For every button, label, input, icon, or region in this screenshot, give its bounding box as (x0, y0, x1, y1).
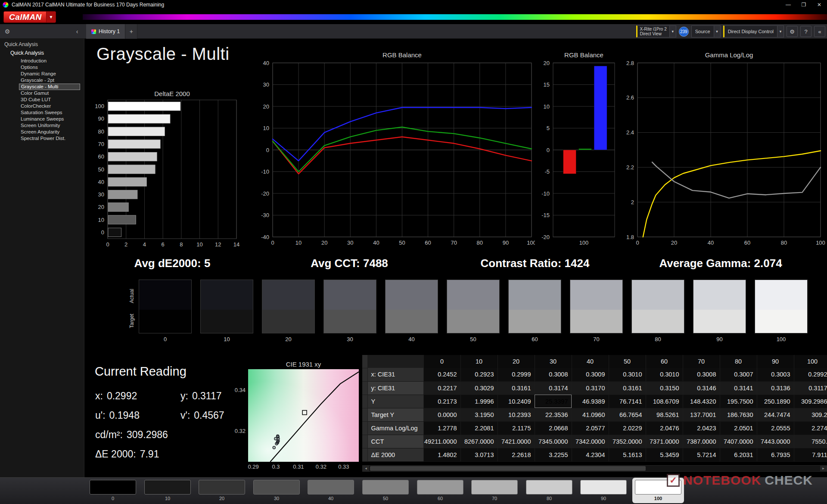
table-cell[interactable]: 5.7214 (683, 448, 720, 461)
table-col-header-60[interactable]: 60 (646, 355, 683, 368)
table-cell[interactable]: 3.0713 (460, 448, 497, 461)
table-cell[interactable]: 0.3170 (572, 381, 609, 395)
table-cell[interactable]: 6.2031 (720, 448, 757, 461)
table-cell[interactable]: 2.0229 (609, 421, 646, 435)
pattern-button-80[interactable]: 80 (525, 480, 573, 501)
scroll-left-button[interactable]: ◂ (363, 466, 369, 471)
table-cell[interactable]: 98.5261 (646, 408, 683, 421)
table-cell[interactable]: 0.2452 (423, 368, 460, 381)
table-col-header-10[interactable]: 10 (460, 355, 497, 368)
table-cell[interactable]: 0.3029 (460, 381, 497, 395)
table-col-header-0[interactable]: 0 (423, 355, 460, 368)
table-cell[interactable]: 8267.0000 (460, 435, 497, 448)
table-cell[interactable]: 0.3008 (683, 368, 720, 381)
table-cell[interactable]: 0.3150 (646, 381, 683, 395)
table-cell[interactable]: 186.7630 (720, 408, 757, 421)
display-control-dropdown[interactable]: Direct Display Control ▾ (723, 25, 784, 37)
table-col-header-80[interactable]: 80 (720, 355, 757, 368)
minimize-button[interactable]: — (780, 0, 796, 9)
table-cell[interactable]: 0.3141 (720, 381, 757, 395)
table-cell[interactable]: 0.3117 (794, 381, 827, 395)
pattern-button-40[interactable]: 40 (307, 480, 354, 501)
sidebar-item-color-gamut[interactable]: Color Gamut (19, 90, 80, 96)
tab-history-1[interactable]: History 1 (86, 24, 125, 39)
table-cell[interactable]: 22.3536 (535, 408, 572, 421)
pattern-button-50[interactable]: 50 (362, 480, 409, 501)
table-cell[interactable]: 10.2409 (497, 395, 535, 408)
table-cell[interactable]: 2.0476 (646, 421, 683, 435)
table-col-header-70[interactable]: 70 (683, 355, 720, 368)
table-cell[interactable]: 108.6709 (646, 395, 683, 408)
sidebar-item-dynamic-range[interactable]: Dynamic Range (19, 71, 80, 77)
table-cell[interactable]: 7352.0000 (609, 435, 646, 448)
table-cell[interactable]: 0.3146 (683, 381, 720, 395)
pattern-button-30[interactable]: 30 (253, 480, 300, 501)
sidebar-item-grayscale-2pt[interactable]: Grayscale - 2pt (19, 77, 80, 84)
sidebar-item-screen-uniformity[interactable]: Screen Uniformity (19, 122, 80, 129)
table-cell[interactable]: 2.0555 (757, 421, 794, 435)
settings-button[interactable]: ⚙ (787, 26, 798, 37)
table-cell[interactable]: 4.2304 (572, 448, 609, 461)
table-cell[interactable]: 2.0577 (572, 421, 609, 435)
table-cell[interactable]: 309.2 (794, 408, 827, 421)
sidebar-item-quick-analysis[interactable]: Quick Analysis (10, 50, 44, 56)
sidebar-item-grayscale-multi[interactable]: Grayscale - Multi (19, 84, 80, 90)
table-col-header-20[interactable]: 20 (497, 355, 535, 368)
table-cell[interactable]: 0.3161 (609, 381, 646, 395)
table-cell[interactable]: 2.2618 (497, 448, 535, 461)
table-cell[interactable]: 244.7474 (757, 408, 794, 421)
table-cell[interactable]: 195.7500 (720, 395, 757, 408)
table-cell[interactable]: 2.2081 (460, 421, 497, 435)
sidebar-item-screen-angularity[interactable]: Screen Angularity (19, 129, 80, 135)
table-cell[interactable]: 7387.0000 (683, 435, 720, 448)
table-col-header-90[interactable]: 90 (757, 355, 794, 368)
sidebar-item-luminance-sweeps[interactable]: Luminance Sweeps (19, 116, 80, 122)
count-badge[interactable]: 239 (679, 27, 689, 37)
pattern-button-20[interactable]: 20 (198, 480, 246, 501)
table-scrollbar[interactable]: ◂ ▸ (362, 465, 827, 472)
pattern-button-100[interactable]: 100 (634, 480, 682, 501)
table-cell[interactable]: 10.2393 (497, 408, 535, 421)
pattern-button-10[interactable]: 10 (144, 480, 191, 501)
table-cell[interactable]: 0.2999 (497, 368, 535, 381)
table-col-header-30[interactable]: 30 (535, 355, 572, 368)
chevron-down-icon[interactable]: ▾ (714, 26, 720, 37)
sidebar-item-colorchecker[interactable]: ColorChecker (19, 103, 80, 109)
sidebar-item-3d-cube-lut[interactable]: 3D Cube LUT (19, 96, 80, 103)
table-cell[interactable]: 1.2778 (423, 421, 460, 435)
sidebar-item-introduction[interactable]: Introduction (19, 58, 80, 64)
source-dropdown[interactable]: Source ▾ (691, 25, 721, 37)
table-cell[interactable]: 25.3397 (535, 395, 572, 408)
table-cell[interactable]: 7.911 (794, 448, 827, 461)
table-cell[interactable]: 66.7654 (609, 408, 646, 421)
table-cell[interactable]: 0.3161 (497, 381, 535, 395)
meter-dropdown[interactable]: X-Rite i1Pro 2 Direct View ▾ (636, 25, 676, 37)
table-cell[interactable]: 0.2173 (423, 395, 460, 408)
table-cell[interactable]: 0.2217 (423, 381, 460, 395)
table-cell[interactable]: 0.3007 (720, 368, 757, 381)
table-cell[interactable]: 1.4802 (423, 448, 460, 461)
table-cell[interactable]: 0.0000 (423, 408, 460, 421)
gear-icon[interactable]: ⚙ (2, 24, 13, 39)
table-cell[interactable]: 0.3003 (757, 368, 794, 381)
table-cell[interactable]: 2.0501 (720, 421, 757, 435)
table-col-header-50[interactable]: 50 (609, 355, 646, 368)
table-col-header-40[interactable]: 40 (572, 355, 609, 368)
close-button[interactable]: ✕ (811, 0, 827, 9)
sidebar-item-spectral-power-dist[interactable]: Spectral Power Dist. (19, 135, 80, 142)
pattern-button-60[interactable]: 60 (417, 480, 464, 501)
table-cell[interactable]: 2.1175 (497, 421, 535, 435)
table-cell[interactable]: 0.3010 (646, 368, 683, 381)
table-cell[interactable]: 49211.0000 (423, 435, 460, 448)
table-cell[interactable]: 0.3174 (535, 381, 572, 395)
table-cell[interactable]: 3.1950 (460, 408, 497, 421)
table-cell[interactable]: 5.3459 (646, 448, 683, 461)
sidebar-item-saturation-sweeps[interactable]: Saturation Sweeps (19, 109, 80, 116)
pattern-button-0[interactable]: 0 (89, 480, 137, 501)
chevron-down-icon[interactable]: ▾ (669, 26, 676, 37)
pattern-button-70[interactable]: 70 (471, 480, 518, 501)
sidebar-collapse-icon[interactable]: ‹ (72, 24, 83, 39)
table-cell[interactable]: 309.2986 (794, 395, 827, 408)
table-cell[interactable]: 46.9389 (572, 395, 609, 408)
table-cell[interactable]: 137.7001 (683, 408, 720, 421)
